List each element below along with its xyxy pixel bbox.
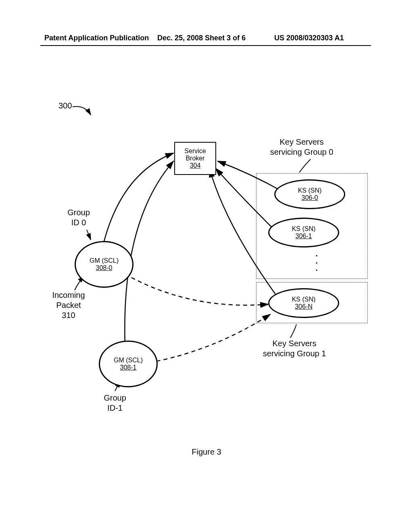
gm1-ref: 308-1 xyxy=(100,364,156,371)
header-mid: Dec. 25, 2008 Sheet 3 of 6 xyxy=(157,34,246,42)
ks0-line1: KS (SN) xyxy=(275,187,344,194)
ksn-ref: 306-N xyxy=(269,303,338,310)
gm1-circle: GM (SCL) 308-1 xyxy=(99,341,158,387)
ks1-ellipse: KS (SN) 306-1 xyxy=(268,218,339,247)
dots: · · · xyxy=(313,252,321,274)
gm0-ref: 308-0 xyxy=(76,264,132,272)
group-id0-label: Group ID 0 xyxy=(63,208,95,228)
ks1-ref: 306-1 xyxy=(269,233,338,240)
ks0-ref: 306-0 xyxy=(275,194,344,202)
broker-ref: 304 xyxy=(175,162,215,169)
ks1-line1: KS (SN) xyxy=(269,225,338,233)
gm1-line1: GM (SCL) xyxy=(100,357,156,364)
broker-line2: Broker xyxy=(175,155,215,162)
service-broker-box: Service Broker 304 xyxy=(174,142,216,175)
header-right: US 2008/0320303 A1 xyxy=(274,34,344,42)
group-id1-label: Group ID-1 xyxy=(99,393,131,413)
ks-group0-title: Key Servers servicing Group 0 xyxy=(257,137,346,157)
header-left: Patent Application Publication xyxy=(44,34,149,42)
broker-line1: Service xyxy=(175,148,215,155)
header-rule xyxy=(40,45,371,46)
page: Patent Application Publication Dec. 25, … xyxy=(0,0,413,532)
ksn-ellipse: KS (SN) 306-N xyxy=(268,288,339,318)
figure-ref: 300 xyxy=(58,101,72,111)
ks-group1-title: Key Servers servicing Group 1 xyxy=(250,339,339,359)
figure-caption: Figure 3 xyxy=(0,447,413,457)
ks0-ellipse: KS (SN) 306-0 xyxy=(274,179,345,209)
incoming-packet-label: Incoming Packet 310 xyxy=(46,290,91,320)
gm0-line1: GM (SCL) xyxy=(76,257,132,264)
gm0-circle: GM (SCL) 308-0 xyxy=(75,241,133,288)
ksn-line1: KS (SN) xyxy=(269,296,338,303)
